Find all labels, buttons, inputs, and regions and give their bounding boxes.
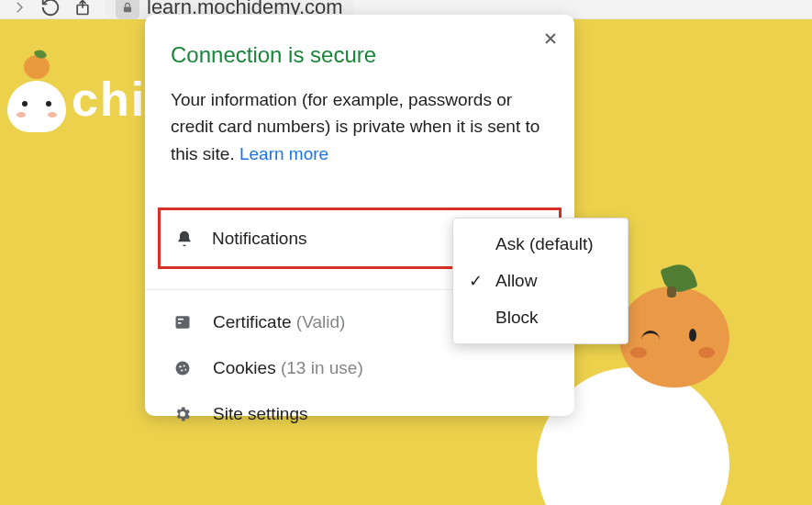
dropdown-option-ask[interactable]: Ask (default)	[453, 226, 628, 263]
mascot-fruit-decor	[619, 286, 729, 387]
learn-more-link[interactable]: Learn more	[239, 144, 328, 163]
notifications-label: Notifications	[212, 229, 307, 249]
site-settings-row[interactable]: Site settings	[171, 382, 549, 428]
close-icon[interactable]	[541, 29, 560, 52]
popup-description-text: Your information (for example, passwords…	[171, 90, 539, 163]
reload-icon[interactable]	[40, 0, 61, 17]
share-icon[interactable]	[73, 0, 92, 17]
dropdown-option-label: Block	[495, 308, 538, 328]
svg-point-10	[184, 369, 186, 371]
cookies-note: (13 in use)	[281, 358, 363, 377]
site-logo: M chi	[7, 72, 146, 127]
gear-icon	[172, 405, 193, 423]
dropdown-option-label: Allow	[495, 271, 537, 291]
svg-rect-5	[178, 322, 181, 324]
forward-icon[interactable]	[11, 0, 28, 16]
certificate-icon	[172, 313, 193, 331]
notifications-dropdown: Ask (default) ✓ Allow Block	[452, 218, 628, 344]
popup-description: Your information (for example, passwords…	[171, 86, 547, 167]
dropdown-option-label: Ask (default)	[495, 234, 594, 254]
svg-point-9	[181, 370, 183, 372]
svg-point-8	[184, 365, 185, 367]
cookies-label: Cookies	[213, 358, 276, 377]
certificate-label: Certificate	[213, 312, 292, 331]
lock-icon[interactable]	[116, 0, 139, 19]
svg-point-7	[179, 365, 181, 367]
dropdown-option-allow[interactable]: ✓ Allow	[453, 263, 628, 299]
check-icon: ✓	[466, 271, 484, 291]
bell-icon	[175, 230, 194, 248]
popup-title: Connection is secure	[171, 42, 547, 68]
mascot-stem-decor	[667, 286, 676, 297]
svg-rect-1	[124, 6, 131, 12]
logo-text: chi	[72, 72, 146, 127]
svg-point-6	[176, 362, 190, 376]
cookie-icon	[172, 359, 193, 377]
site-settings-label: Site settings	[213, 404, 308, 424]
mascot-icon	[7, 81, 66, 132]
site-info-popup: Connection is secure Your information (f…	[145, 15, 574, 416]
certificate-note: (Valid)	[296, 312, 346, 331]
dropdown-option-block[interactable]: Block	[453, 299, 628, 336]
svg-rect-4	[178, 319, 184, 320]
